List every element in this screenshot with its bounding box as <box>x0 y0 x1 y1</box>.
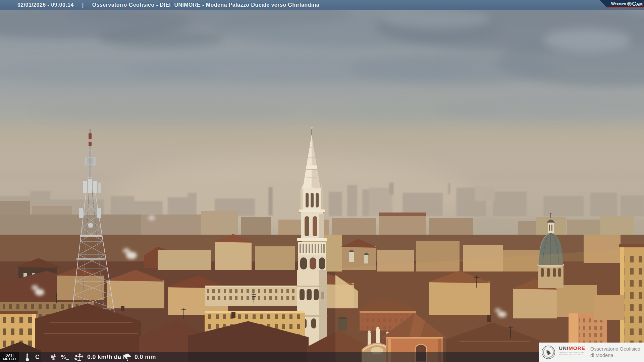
datetime-title-separator: | <box>82 2 84 8</box>
wind-direction-dash <box>66 359 69 360</box>
dati-meteo-label: DATI METEO <box>0 352 19 362</box>
city-panorama <box>0 0 644 362</box>
wind-value: 0.0 km/h da N <box>87 354 127 361</box>
unimore-more-text: MORE <box>569 345 585 351</box>
thermometer-icon <box>25 353 30 362</box>
weathercam-word-weather: Weather <box>611 2 626 6</box>
unimore-seal-icon: ♞ <box>539 343 558 362</box>
temperature-reading: C <box>25 352 40 362</box>
humidity-icon <box>50 354 57 361</box>
humidity-unit: % <box>61 354 66 360</box>
wind-anemometer-icon <box>74 353 84 361</box>
camera-lens-icon <box>627 2 632 6</box>
weathercam-word-cam: Cam <box>632 1 643 7</box>
unimore-wordmark: UNIMORE UNIVERSITÀ DEGLI STUDI DI MODENA… <box>559 346 588 359</box>
observatory-name: Osservatorio Geofisico di Modena <box>590 346 640 359</box>
top-info-bar: 02/01/2026 - 09:00:14 | Osservatorio Geo… <box>0 0 644 10</box>
datetime-text: 02/01/2026 - 09:00:14 <box>17 2 74 8</box>
rain-value: 0.0 mm <box>135 354 156 361</box>
wind-reading: 0.0 km/h da N <box>66 352 127 362</box>
svg-text:♞: ♞ <box>544 348 552 357</box>
humidity-reading: % <box>50 352 66 362</box>
rain-reading: 0.0 mm <box>123 352 156 362</box>
temperature-unit: C <box>35 354 40 361</box>
unimore-uni-text: UNI <box>559 345 569 351</box>
unimore-banner: ♞ UNIMORE UNIVERSITÀ DEGLI STUDI DI MODE… <box>539 343 644 362</box>
unimore-subtitle: UNIVERSITÀ DEGLI STUDI DI MODENA E REGGI… <box>559 352 588 356</box>
webcam-frame: 02/01/2026 - 09:00:14 | Osservatorio Geo… <box>0 0 644 362</box>
camera-title: Osservatorio Geofisico - DIEF UNIMORE - … <box>92 2 319 8</box>
weathercam-logo: Weather Cam <box>600 0 644 8</box>
umbrella-icon <box>123 353 131 361</box>
